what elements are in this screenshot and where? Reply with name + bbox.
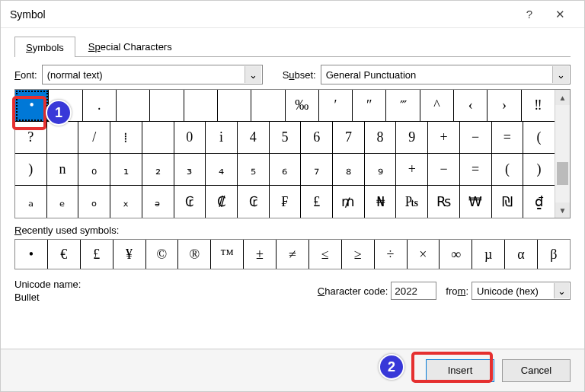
symbol-cell[interactable]: ^	[420, 90, 454, 122]
symbol-cell[interactable]	[218, 90, 251, 122]
symbol-cell[interactable]: +	[428, 122, 460, 154]
close-button[interactable]: ✕	[545, 8, 575, 21]
symbol-cell[interactable]: •	[15, 90, 49, 122]
symbol-cell[interactable]	[184, 90, 218, 122]
recent-symbol-cell[interactable]: ÷	[375, 240, 408, 269]
symbol-cell[interactable]: ›	[488, 90, 521, 122]
symbol-cell[interactable]: −	[460, 122, 492, 154]
symbol-cell[interactable]: ″	[353, 90, 386, 122]
symbol-cell[interactable]: ₀	[78, 154, 110, 186]
recent-symbol-cell[interactable]: µ	[472, 240, 505, 269]
symbol-cell[interactable]: 9	[396, 122, 428, 154]
symbol-cell[interactable]: ⁞	[110, 122, 142, 154]
recent-symbol-cell[interactable]: €	[48, 240, 81, 269]
symbol-cell[interactable]: ₁	[110, 154, 142, 186]
symbol-cell[interactable]: ₣	[270, 186, 302, 218]
symbol-cell[interactable]	[142, 122, 174, 154]
symbol-cell[interactable]: ₉	[365, 154, 397, 186]
symbol-cell[interactable]: 0	[174, 122, 206, 154]
symbol-cell[interactable]	[150, 90, 184, 122]
symbol-cell[interactable]: ₡	[206, 186, 238, 218]
symbol-cell[interactable]: ₧	[396, 186, 428, 218]
symbol-cell[interactable]: 6	[301, 122, 333, 154]
symbol-cell[interactable]: ₒ	[78, 186, 110, 218]
symbol-cell[interactable]: ‹	[454, 90, 488, 122]
symbol-cell[interactable]: =	[492, 122, 524, 154]
symbol-cell[interactable]: .	[83, 90, 117, 122]
scroll-thumb[interactable]	[557, 162, 568, 185]
symbol-cell[interactable]: ‼	[522, 90, 555, 122]
symbol-cell[interactable]: ₦	[365, 186, 397, 218]
symbol-cell[interactable]: ₑ	[47, 186, 79, 218]
tab-special-characters[interactable]: Special Characters	[77, 36, 184, 56]
symbol-cell[interactable]: n	[47, 154, 79, 186]
scroll-up-icon[interactable]: ▲	[555, 90, 570, 105]
symbol-cell[interactable]: (	[523, 122, 555, 154]
symbol-cell[interactable]: ₓ	[110, 186, 142, 218]
font-value: (normal text)	[47, 69, 103, 81]
symbol-cell[interactable]: ₔ	[142, 186, 174, 218]
symbol-cell[interactable]: 8	[365, 122, 397, 154]
symbol-cell[interactable]: ₪	[492, 186, 524, 218]
recent-symbol-cell[interactable]: ×	[408, 240, 440, 269]
char-code-input[interactable]	[391, 282, 436, 300]
symbol-cell[interactable]: =	[460, 154, 492, 186]
symbol-cell[interactable]	[251, 90, 285, 122]
symbol-cell[interactable]: ₄	[206, 154, 238, 186]
symbol-cell[interactable]: 7	[333, 122, 365, 154]
symbol-cell[interactable]: ₨	[428, 186, 460, 218]
recent-symbol-cell[interactable]: ±	[244, 240, 277, 269]
symbol-cell[interactable]: ?	[15, 122, 47, 154]
symbol-cell[interactable]: i	[206, 122, 238, 154]
symbol-cell[interactable]: ₅	[238, 154, 270, 186]
symbol-cell[interactable]: ₫	[523, 186, 555, 218]
recent-symbol-cell[interactable]: ™	[211, 240, 244, 269]
symbol-cell[interactable]: ‰	[286, 90, 319, 122]
annotation-badge-1: 1	[46, 100, 72, 126]
grid-scrollbar[interactable]: ▲ ▼	[555, 90, 570, 218]
symbol-cell[interactable]	[47, 122, 79, 154]
symbol-cell[interactable]: /	[78, 122, 110, 154]
help-button[interactable]: ?	[514, 8, 545, 21]
recent-symbol-cell[interactable]: •	[15, 240, 48, 269]
symbol-cell[interactable]: )	[523, 154, 555, 186]
symbol-cell[interactable]: ₂	[142, 154, 174, 186]
symbol-cell[interactable]: ₤	[301, 186, 333, 218]
symbol-cell[interactable]: 5	[270, 122, 302, 154]
recent-symbol-cell[interactable]: ≠	[277, 240, 309, 269]
symbol-cell[interactable]: ₢	[174, 186, 206, 218]
symbol-cell[interactable]: )	[15, 154, 47, 186]
recent-symbol-cell[interactable]: β	[538, 240, 570, 269]
symbol-cell[interactable]: +	[396, 154, 428, 186]
symbol-cell[interactable]: ₐ	[15, 186, 47, 218]
recent-symbol-cell[interactable]: α	[505, 240, 538, 269]
symbol-cell[interactable]	[117, 90, 150, 122]
symbol-cell[interactable]: ₃	[174, 154, 206, 186]
symbol-cell[interactable]: ₈	[333, 154, 365, 186]
symbol-cell[interactable]: ₩	[460, 186, 492, 218]
symbol-cell[interactable]: ₢	[238, 186, 270, 218]
from-dropdown[interactable]: Unicode (hex) ⌄	[472, 282, 571, 300]
recent-symbol-cell[interactable]: ¥	[113, 240, 146, 269]
symbol-cell[interactable]: ′	[319, 90, 353, 122]
recent-symbol-cell[interactable]: £	[81, 240, 113, 269]
scroll-track[interactable]	[555, 105, 570, 202]
tab-symbols[interactable]: Symbols	[14, 37, 75, 57]
symbol-cell[interactable]: ‴	[386, 90, 420, 122]
scroll-down-icon[interactable]: ▼	[555, 202, 570, 218]
symbol-cell[interactable]: (	[492, 154, 524, 186]
symbol-cell[interactable]: ₇	[301, 154, 333, 186]
symbol-cell[interactable]: ₥	[333, 186, 365, 218]
symbol-cell[interactable]: 4	[238, 122, 270, 154]
recent-symbol-cell[interactable]: ©	[146, 240, 179, 269]
recent-symbol-cell[interactable]: ≤	[309, 240, 342, 269]
recent-symbol-cell[interactable]: ≥	[342, 240, 375, 269]
insert-button[interactable]: Insert	[426, 359, 494, 382]
recent-symbol-cell[interactable]: ∞	[440, 240, 472, 269]
recent-symbol-cell[interactable]: ®	[178, 240, 211, 269]
symbol-cell[interactable]: ₆	[270, 154, 302, 186]
symbol-cell[interactable]: −	[428, 154, 460, 186]
subset-dropdown[interactable]: General Punctuation ⌄	[321, 65, 571, 84]
cancel-button[interactable]: Cancel	[502, 359, 571, 382]
font-dropdown[interactable]: (normal text) ⌄	[42, 65, 263, 84]
